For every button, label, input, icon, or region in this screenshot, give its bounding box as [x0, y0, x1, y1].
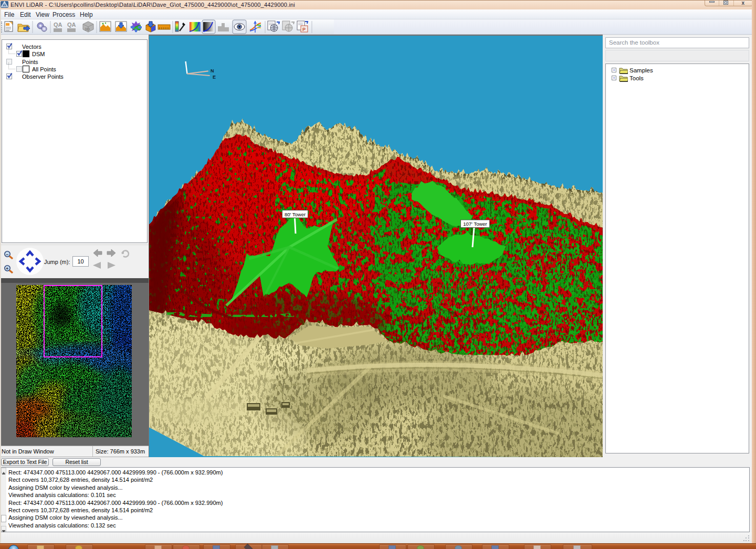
- svg-text:E: E: [213, 75, 216, 80]
- svg-text:−: −: [6, 252, 8, 257]
- svg-text:80' Tower: 80' Tower: [285, 212, 306, 217]
- svg-text:QA: QA: [67, 22, 76, 28]
- svg-text:P: P: [302, 27, 306, 32]
- svg-text:QA: QA: [54, 22, 62, 28]
- svg-text:3D: 3D: [85, 27, 90, 31]
- svg-text:107' Tower: 107' Tower: [463, 221, 487, 227]
- svg-text:N: N: [211, 68, 214, 73]
- svg-text:+: +: [6, 266, 8, 271]
